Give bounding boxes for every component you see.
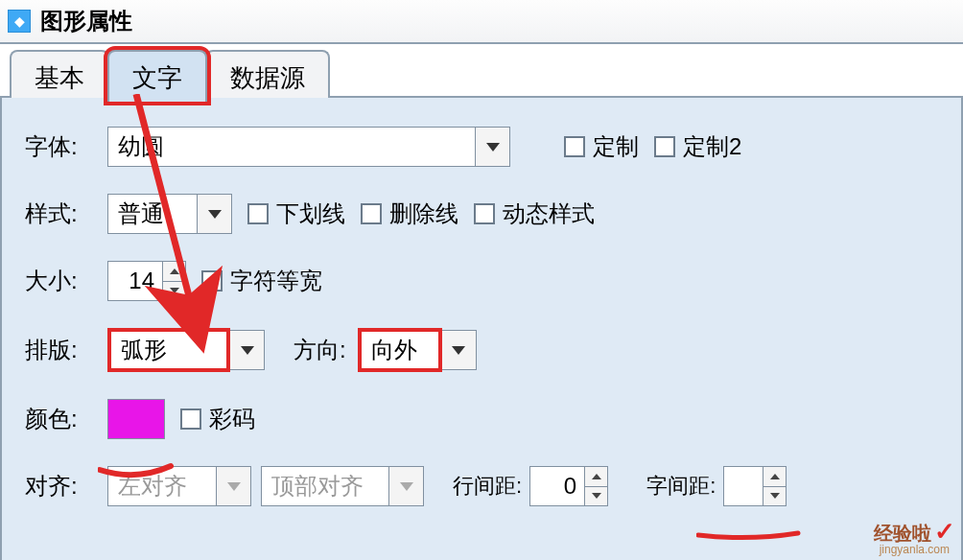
tab-basic-label: 基本 bbox=[35, 63, 84, 92]
layout-arrow[interactable] bbox=[230, 330, 265, 370]
layout-label: 排版: bbox=[25, 335, 107, 365]
valign-dropdown[interactable]: 顶部对齐 bbox=[261, 466, 424, 506]
style-value: 普通 bbox=[108, 195, 197, 233]
row-color: 颜色: 彩码 bbox=[25, 399, 938, 439]
spinner-up-icon[interactable] bbox=[163, 262, 185, 281]
checkbox-box bbox=[564, 136, 585, 157]
tab-basic[interactable]: 基本 bbox=[10, 50, 109, 100]
checkbox-label: 定制 bbox=[593, 131, 639, 162]
app-icon: ◆ bbox=[8, 10, 31, 33]
checkbox-colorcode[interactable]: 彩码 bbox=[180, 404, 255, 434]
linespacing-spinner[interactable]: 0 bbox=[529, 466, 608, 506]
spinner-up-icon[interactable] bbox=[763, 467, 786, 486]
font-value: 幼圆 bbox=[108, 128, 475, 166]
annotation-underline-color bbox=[98, 460, 175, 485]
checkmark-icon: ✓ bbox=[934, 517, 955, 546]
checkbox-monowidth[interactable]: 字符等宽 bbox=[201, 266, 322, 296]
tab-text-label: 文字 bbox=[132, 63, 182, 92]
layout-dropdown[interactable]: 弧形 bbox=[111, 332, 226, 368]
size-value: 14 bbox=[108, 262, 162, 300]
watermark-text: 经验啦 bbox=[874, 523, 931, 544]
size-spinner[interactable]: 14 bbox=[107, 261, 186, 301]
checkbox-box bbox=[247, 203, 269, 224]
spinner-down-icon[interactable] bbox=[163, 281, 185, 301]
checkbox-label: 定制2 bbox=[683, 131, 741, 162]
watermark-url: jingyanla.com bbox=[874, 543, 955, 556]
annotation-underline-charspacing bbox=[696, 527, 802, 545]
checkbox-strikeout[interactable]: 删除线 bbox=[361, 198, 458, 229]
dropdown-arrow-icon bbox=[216, 467, 250, 505]
style-label: 样式: bbox=[25, 198, 107, 229]
spinner-buttons[interactable] bbox=[763, 467, 786, 505]
checkbox-custom1[interactable]: 定制 bbox=[564, 131, 639, 162]
tab-text[interactable]: 文字 bbox=[107, 50, 207, 102]
charspacing-spinner[interactable] bbox=[723, 466, 787, 506]
dropdown-arrow-icon bbox=[442, 331, 476, 369]
font-label: 字体: bbox=[25, 131, 107, 162]
dropdown-arrow-icon bbox=[197, 195, 231, 233]
charspacing-value bbox=[724, 467, 763, 505]
align-label: 对齐: bbox=[25, 471, 107, 502]
checkbox-box bbox=[474, 203, 495, 224]
row-style: 样式: 普通 下划线 删除线 动态样式 bbox=[25, 194, 938, 234]
row-size: 大小: 14 字符等宽 bbox=[25, 261, 938, 301]
spinner-buttons[interactable] bbox=[584, 467, 607, 505]
spinner-down-icon[interactable] bbox=[763, 486, 786, 506]
checkbox-dynamic[interactable]: 动态样式 bbox=[474, 198, 595, 229]
title-bar: ◆ 图形属性 bbox=[0, 0, 963, 44]
direction-arrow[interactable] bbox=[442, 330, 477, 370]
direction-label: 方向: bbox=[294, 335, 346, 365]
color-swatch[interactable] bbox=[107, 399, 165, 439]
annotation-box-direction: 向外 bbox=[358, 328, 442, 372]
content-panel: 字体: 幼圆 定制 定制2 样式: 普通 下划线 删除线 bbox=[0, 98, 963, 560]
checkbox-label: 字符等宽 bbox=[230, 266, 322, 296]
window-title: 图形属性 bbox=[40, 6, 132, 36]
checkbox-label: 彩码 bbox=[209, 404, 255, 434]
spinner-buttons[interactable] bbox=[162, 262, 185, 300]
checkbox-underline[interactable]: 下划线 bbox=[247, 198, 345, 229]
checkbox-label: 动态样式 bbox=[503, 198, 595, 229]
tab-datasource[interactable]: 数据源 bbox=[205, 50, 330, 100]
row-layout: 排版: 弧形 方向: 向外 bbox=[25, 328, 938, 372]
checkbox-box bbox=[361, 203, 382, 224]
style-dropdown[interactable]: 普通 bbox=[107, 194, 232, 234]
charspacing-label: 字间距: bbox=[646, 472, 716, 501]
checkbox-label: 删除线 bbox=[389, 198, 458, 229]
font-dropdown[interactable]: 幼圆 bbox=[107, 127, 510, 167]
checkbox-box bbox=[654, 136, 675, 157]
layout-value: 弧形 bbox=[111, 332, 226, 368]
dropdown-arrow-icon bbox=[230, 331, 264, 369]
spinner-down-icon[interactable] bbox=[585, 486, 607, 506]
linespacing-value: 0 bbox=[530, 467, 584, 505]
row-font: 字体: 幼圆 定制 定制2 bbox=[25, 127, 938, 167]
direction-value: 向外 bbox=[362, 332, 438, 368]
checkbox-custom2[interactable]: 定制2 bbox=[654, 131, 741, 162]
size-label: 大小: bbox=[25, 266, 107, 296]
valign-value: 顶部对齐 bbox=[262, 467, 388, 505]
annotation-box-layout: 弧形 bbox=[107, 328, 230, 372]
linespacing-label: 行间距: bbox=[453, 472, 522, 501]
dropdown-arrow-icon bbox=[388, 467, 423, 505]
color-label: 颜色: bbox=[25, 404, 107, 434]
dropdown-arrow-icon bbox=[475, 128, 509, 166]
checkbox-box bbox=[201, 270, 223, 292]
tab-bar: 基本 文字 数据源 bbox=[0, 44, 963, 98]
tab-datasource-label: 数据源 bbox=[230, 63, 305, 92]
checkbox-label: 下划线 bbox=[276, 198, 345, 229]
direction-dropdown[interactable]: 向外 bbox=[362, 332, 438, 368]
watermark: 经验啦 ✓ jingyanla.com bbox=[874, 517, 955, 556]
spinner-up-icon[interactable] bbox=[585, 467, 607, 486]
checkbox-box bbox=[180, 408, 201, 430]
